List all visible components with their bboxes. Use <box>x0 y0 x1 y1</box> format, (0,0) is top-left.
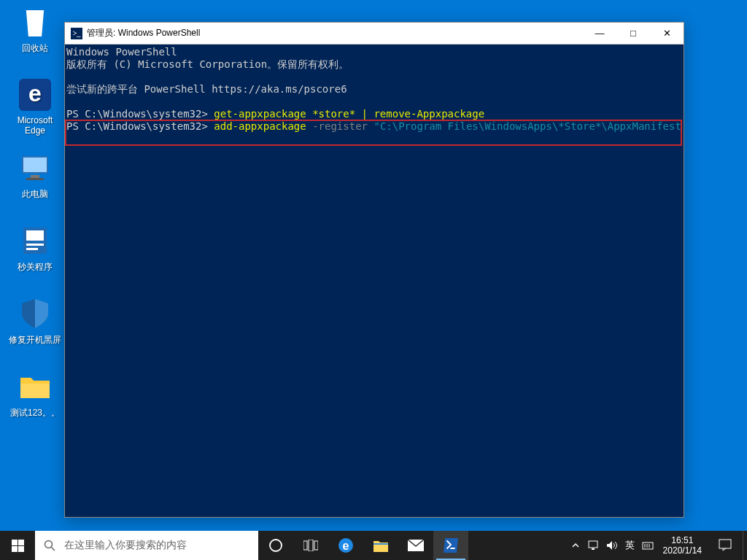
svg-rect-8 <box>12 540 18 545</box>
taskview-button[interactable] <box>293 531 328 560</box>
svg-rect-7 <box>26 248 38 250</box>
svg-rect-1 <box>23 158 47 172</box>
svg-line-13 <box>52 548 55 551</box>
svg-rect-6 <box>26 244 44 246</box>
edge-label: Microsoft Edge <box>7 115 63 136</box>
search-icon <box>35 540 64 551</box>
test-folder-icon[interactable]: 测试123。。 <box>7 369 63 419</box>
tray-chevron-icon[interactable] <box>568 531 584 560</box>
powershell-title-icon: >_ <box>71 28 82 39</box>
term-line: Windows PowerShell <box>65 46 684 58</box>
svg-rect-28 <box>719 540 731 548</box>
svg-rect-3 <box>26 178 44 180</box>
svg-rect-23 <box>592 548 595 550</box>
system-tray: 英 16:51 2020/1/14 <box>568 531 747 560</box>
taskbar-edge-icon[interactable]: e <box>328 531 363 560</box>
svg-text:e: e <box>343 540 349 552</box>
term-line <box>65 71 684 83</box>
taskbar-powershell-icon[interactable] <box>433 531 468 560</box>
recycle-bin-icon[interactable]: 回收站 <box>7 4 63 55</box>
svg-rect-5 <box>26 230 44 241</box>
tray-volume-icon[interactable] <box>603 531 622 560</box>
taskbar-mail-icon[interactable] <box>398 531 433 560</box>
tray-network-icon[interactable] <box>584 531 603 560</box>
term-command-2: PS C:\Windows\system32> add-appxpackage … <box>65 120 684 133</box>
terminal[interactable]: Windows PowerShell 版权所有 (C) Microsoft Co… <box>65 44 684 517</box>
shutdown-app-label: 秒关程序 <box>7 261 63 273</box>
search-box[interactable]: 在这里输入你要搜索的内容 <box>35 531 258 560</box>
svg-rect-22 <box>589 541 597 548</box>
term-line: 版权所有 (C) Microsoft Corporation。保留所有权利。 <box>65 58 684 71</box>
cortana-button[interactable] <box>258 531 293 560</box>
taskbar-explorer-icon[interactable] <box>363 531 398 560</box>
term-line <box>65 96 684 108</box>
fix-blackscreen-icon[interactable]: 修复开机黑屏 <box>7 296 63 346</box>
svg-point-12 <box>45 541 53 548</box>
tray-ime-icon[interactable] <box>638 531 657 560</box>
this-pc-icon[interactable]: 此电脑 <box>7 150 63 201</box>
tray-clock[interactable]: 16:51 2020/1/14 <box>657 535 708 556</box>
term-command-1: PS C:\Windows\system32> get-appxpackage … <box>65 108 684 120</box>
action-center-icon[interactable] <box>708 531 743 560</box>
svg-rect-9 <box>18 540 24 545</box>
svg-rect-10 <box>12 546 18 552</box>
tray-ime-label[interactable]: 英 <box>622 531 638 560</box>
this-pc-label: 此电脑 <box>7 188 63 201</box>
tray-time: 16:51 <box>663 535 702 545</box>
titlebar[interactable]: >_ 管理员: Windows PowerShell — □ ✕ <box>65 23 684 44</box>
taskbar: 在这里输入你要搜索的内容 e 英 16:51 2020/1/14 <box>0 531 747 560</box>
maximize-button[interactable]: □ <box>616 23 650 44</box>
svg-rect-20 <box>374 543 388 545</box>
fix-blackscreen-label: 修复开机黑屏 <box>7 334 63 346</box>
svg-rect-11 <box>18 546 24 552</box>
shutdown-app-icon[interactable]: 秒关程序 <box>7 223 63 273</box>
svg-rect-17 <box>314 541 318 550</box>
svg-rect-16 <box>309 540 313 551</box>
start-button[interactable] <box>0 531 35 560</box>
recycle-bin-label: 回收站 <box>7 42 63 55</box>
minimize-button[interactable]: — <box>583 23 616 44</box>
tray-date: 2020/1/14 <box>663 545 702 556</box>
svg-point-14 <box>270 540 282 551</box>
window-title: 管理员: Windows PowerShell <box>87 27 200 39</box>
close-button[interactable]: ✕ <box>650 23 684 44</box>
term-line: 尝试新的跨平台 PowerShell https://aka.ms/pscore… <box>65 83 684 96</box>
svg-rect-15 <box>303 541 307 550</box>
edge-icon[interactable]: Microsoft Edge <box>7 77 63 136</box>
show-desktop-button[interactable] <box>743 531 747 560</box>
svg-rect-2 <box>31 175 39 178</box>
search-placeholder: 在这里输入你要搜索的内容 <box>64 539 187 552</box>
powershell-window: >_ 管理员: Windows PowerShell — □ ✕ Windows… <box>64 22 684 518</box>
test-folder-label: 测试123。。 <box>7 407 63 419</box>
svg-rect-24 <box>643 542 653 549</box>
